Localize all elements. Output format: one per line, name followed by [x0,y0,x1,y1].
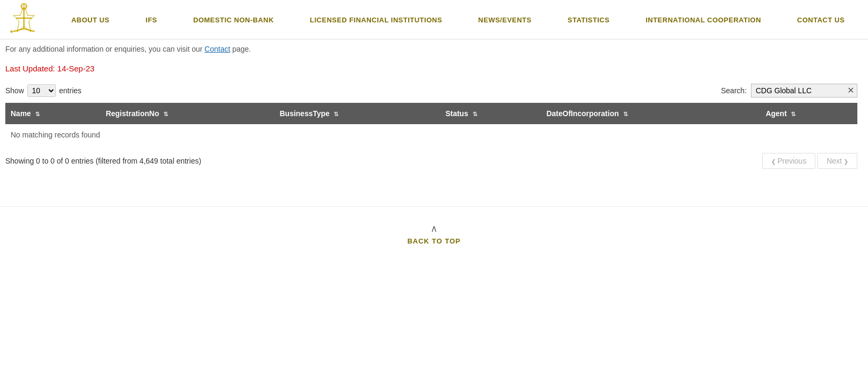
pagination-area: Showing 0 to 0 of 0 entries (filtered fr… [5,153,857,174]
nav-item-domestic[interactable]: DOMESTIC NON-BANK [193,15,274,24]
showing-info: Showing 0 to 0 of 0 entries (filtered fr… [5,157,201,165]
last-updated-label: Last Updated: [5,64,55,73]
no-records-message: No matching records found [5,124,857,145]
sort-icon-reg-no: ⇅ [163,111,168,118]
last-updated: Last Updated: 14-Sep-23 [5,64,857,73]
nav-link-intl[interactable]: INTERNATIONAL COOPERATION [646,16,761,24]
nav-link-domestic[interactable]: DOMESTIC NON-BANK [193,16,274,24]
col-date-inc[interactable]: DateOfIncorporation ⇅ [541,103,760,124]
logo-icon[interactable]: ★ [5,2,43,37]
nav-item-ifs[interactable]: IFS [146,15,158,24]
col-name[interactable]: Name ⇅ [5,103,101,124]
nav-link-ifs[interactable]: IFS [146,16,158,24]
sort-icon-agent: ⇅ [791,111,796,118]
chevron-up-icon: ∧ [0,223,868,234]
search-clear-button[interactable]: ✕ [846,86,855,95]
data-table: Name ⇅ RegistrationNo ⇅ BusinessType ⇅ S… [5,103,857,145]
search-input[interactable] [751,84,857,98]
entries-label: entries [59,86,81,95]
info-paragraph: For any additional information or enquir… [5,45,857,53]
nav-item-news[interactable]: NEWS/EVENTS [478,15,532,24]
navbar: ★ ABOUT US IFS DOMESTIC NON-BANK LICENSE… [0,0,868,39]
col-agent[interactable]: Agent ⇅ [760,103,857,124]
sort-icon-date-inc: ⇅ [623,111,628,118]
sort-icon-business-type: ⇅ [334,111,338,118]
main-content: For any additional information or enquir… [0,39,868,174]
pagination-buttons: Previous Next [762,153,857,169]
nav-link-news[interactable]: NEWS/EVENTS [478,16,532,24]
nav-link-about-us[interactable]: ABOUT US [71,16,110,24]
nav-item-intl[interactable]: INTERNATIONAL COOPERATION [646,15,761,24]
no-records-row: No matching records found [5,124,857,145]
entries-select[interactable]: 10 25 50 100 [27,84,56,97]
sort-icon-status: ⇅ [473,111,477,118]
show-label: Show [5,86,24,95]
nav-item-contact[interactable]: CONTACT US [797,15,845,24]
sort-icon-name: ⇅ [35,111,40,118]
nav-link-statistics[interactable]: STATISTICS [568,16,610,24]
info-before-link: For any additional information or enquir… [5,45,204,53]
back-to-top-link[interactable]: BACK TO TOP [407,237,460,245]
search-box: Search: ✕ [721,84,857,98]
svg-text:★: ★ [10,29,14,34]
col-reg-no[interactable]: RegistrationNo ⇅ [101,103,275,124]
previous-button[interactable]: Previous [762,153,816,169]
col-status[interactable]: Status ⇅ [440,103,541,124]
nav-item-about-us[interactable]: ABOUT US [71,15,110,24]
nav-item-statistics[interactable]: STATISTICS [568,15,610,24]
last-updated-value: 14-Sep-23 [57,64,95,73]
search-input-wrapper: ✕ [751,84,857,98]
nav-item-licensed[interactable]: LICENSED FINANCIAL INSTITUTIONS [310,15,442,24]
contact-link[interactable]: Contact [204,45,230,53]
svg-line-6 [24,29,35,31]
show-entries-control: Show 10 25 50 100 entries [5,84,81,97]
svg-line-5 [13,29,24,31]
next-button[interactable]: Next [817,153,857,169]
table-controls: Show 10 25 50 100 entries Search: ✕ [5,84,857,98]
info-after-link: page. [230,45,251,53]
nav-link-contact[interactable]: CONTACT US [797,16,845,24]
table-header-row: Name ⇅ RegistrationNo ⇅ BusinessType ⇅ S… [5,103,857,124]
search-label: Search: [721,86,747,95]
col-business-type[interactable]: BusinessType ⇅ [274,103,440,124]
nav-link-licensed[interactable]: LICENSED FINANCIAL INSTITUTIONS [310,16,442,24]
nav-links: ABOUT US IFS DOMESTIC NON-BANK LICENSED … [53,15,863,24]
back-to-top-section: ∧ BACK TO TOP [0,206,868,256]
